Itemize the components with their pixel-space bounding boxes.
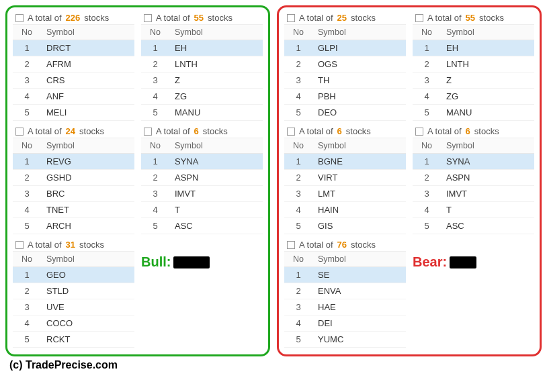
table-row[interactable]: 4DEI (284, 315, 406, 332)
table-row[interactable]: 1REVG (13, 154, 134, 170)
table-row[interactable]: 2AFRM (13, 56, 134, 72)
table-row[interactable]: 1SYNA (413, 154, 534, 170)
table-row[interactable]: 3IMVT (413, 186, 534, 202)
row-symbol: BGNE (312, 154, 406, 170)
table-row[interactable]: 2STLD (13, 283, 134, 299)
table-row[interactable]: 5DEO (284, 105, 406, 121)
col-header-no[interactable]: No (13, 252, 41, 267)
col-header-no[interactable]: No (13, 25, 41, 40)
col-header-symbol[interactable]: Symbol (169, 138, 263, 154)
col-header-no[interactable]: No (413, 25, 441, 40)
table-row[interactable]: 5ARCH (13, 218, 134, 234)
table-row[interactable]: 2ASPN (141, 170, 263, 186)
total-prefix: A total of (299, 13, 333, 23)
checkbox[interactable] (287, 128, 295, 136)
col-header-no[interactable]: No (413, 138, 441, 154)
table-row[interactable]: 2LNTH (141, 56, 263, 72)
col-header-no[interactable]: No (284, 252, 312, 267)
table-row[interactable]: 3LMT (284, 186, 406, 202)
row-number: 2 (141, 56, 169, 72)
total-prefix: A total of (427, 13, 462, 23)
col-header-no[interactable]: No (284, 138, 312, 154)
total-row: A total of 6 stocks (413, 125, 534, 138)
table-row[interactable]: 4TNET (13, 202, 134, 218)
total-count: 6 (466, 126, 470, 136)
table-row[interactable]: 1GEO (13, 267, 134, 283)
row-number: 3 (141, 72, 169, 89)
col-header-no[interactable]: No (284, 25, 312, 40)
checkbox[interactable] (415, 14, 423, 22)
col-header-symbol[interactable]: Symbol (312, 138, 406, 154)
table-row[interactable]: 2VIRT (284, 170, 406, 186)
total-suffix: stocks (351, 240, 376, 250)
row-number: 2 (284, 170, 312, 186)
table-row[interactable]: 2ENVA (284, 283, 406, 299)
checkbox[interactable] (15, 241, 24, 249)
row-symbol: ENVA (312, 283, 406, 299)
table-row[interactable]: 2GSHD (13, 170, 134, 186)
col-header-no[interactable]: No (141, 138, 169, 154)
row-number: 2 (141, 170, 169, 186)
checkbox[interactable] (144, 128, 152, 136)
col-header-symbol[interactable]: Symbol (312, 25, 406, 40)
checkbox[interactable] (144, 14, 152, 22)
col-header-symbol[interactable]: Symbol (312, 252, 406, 267)
table-row[interactable]: 4PBH (284, 89, 406, 105)
table-row[interactable]: 4COCO (13, 315, 134, 332)
table-row[interactable]: 1BGNE (284, 154, 406, 170)
total-row: A total of 25 stocks (284, 11, 406, 24)
table-row[interactable]: 5MELI (13, 105, 134, 121)
checkbox[interactable] (415, 128, 423, 136)
table-row[interactable]: 2LNTH (413, 56, 534, 72)
bull-summary-label: Bull: (141, 254, 263, 270)
table-row[interactable]: 5MANU (413, 105, 534, 121)
table-row[interactable]: 1SYNA (141, 154, 263, 170)
col-header-symbol[interactable]: Symbol (441, 138, 534, 154)
table-row[interactable]: 4ZG (141, 89, 263, 105)
row-number: 1 (413, 154, 441, 170)
table-row[interactable]: 4HAIN (284, 202, 406, 218)
table-row[interactable]: 4ZG (413, 89, 534, 105)
col-header-symbol[interactable]: Symbol (41, 25, 134, 40)
col-header-no[interactable]: No (141, 25, 169, 40)
row-symbol: ASPN (441, 170, 534, 186)
col-header-symbol[interactable]: Symbol (169, 25, 263, 40)
table-row[interactable]: 1GLPI (284, 40, 406, 56)
table-row[interactable]: 1SE (284, 267, 406, 283)
table-row[interactable]: 1DRCT (13, 40, 134, 56)
table-row[interactable]: 3Z (141, 72, 263, 89)
table-row[interactable]: 5RCKT (13, 332, 134, 348)
table-row[interactable]: 5ASC (141, 218, 263, 234)
table-row[interactable]: 3Z (413, 72, 534, 89)
table-row[interactable]: 4T (141, 202, 263, 218)
col-header-no[interactable]: No (13, 138, 41, 154)
total-suffix: stocks (208, 13, 233, 23)
table-row[interactable]: 1EH (413, 40, 534, 56)
checkbox[interactable] (287, 14, 295, 22)
col-header-symbol[interactable]: Symbol (441, 25, 534, 40)
col-header-symbol[interactable]: Symbol (41, 138, 134, 154)
checkbox[interactable] (287, 241, 295, 249)
table-row[interactable]: 3UVE (13, 299, 134, 315)
table-row[interactable]: 2OGS (284, 56, 406, 72)
table-row[interactable]: 3IMVT (141, 186, 263, 202)
row-symbol: DRCT (41, 40, 134, 56)
table-row[interactable]: 4ANF (13, 89, 134, 105)
table-row[interactable]: 3TH (284, 72, 406, 89)
table-row[interactable]: 5ASC (413, 218, 534, 234)
row-number: 4 (13, 89, 41, 105)
table-row[interactable]: 3HAE (284, 299, 406, 315)
table-row[interactable]: 2ASPN (413, 170, 534, 186)
table-row[interactable]: 5YUMC (284, 332, 406, 348)
table-row[interactable]: 5MANU (141, 105, 263, 121)
table-row[interactable]: 4T (413, 202, 534, 218)
table-row[interactable]: 3CRS (13, 72, 134, 89)
col-header-symbol[interactable]: Symbol (41, 252, 134, 267)
checkbox[interactable] (15, 128, 24, 136)
table-row[interactable]: 3BRC (13, 186, 134, 202)
checkbox[interactable] (15, 14, 24, 22)
table-row[interactable]: 1EH (141, 40, 263, 56)
row-number: 5 (413, 218, 441, 234)
table-row[interactable]: 5GIS (284, 218, 406, 234)
row-number: 2 (413, 56, 441, 72)
